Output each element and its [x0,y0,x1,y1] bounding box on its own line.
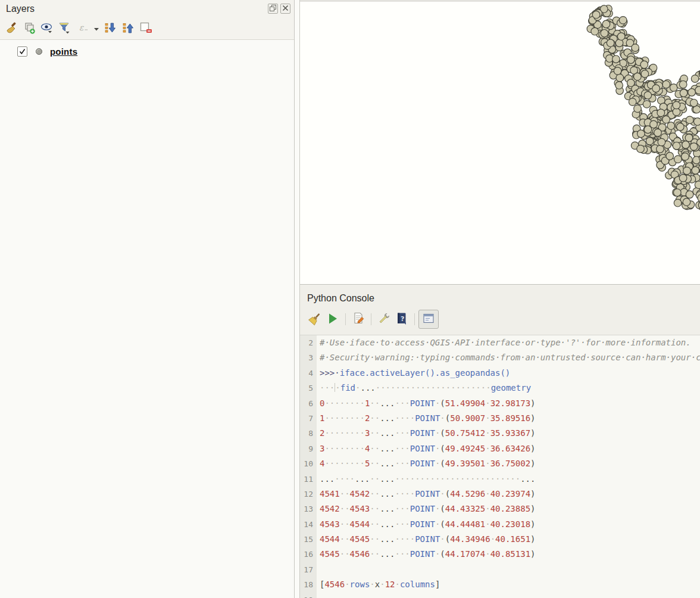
console-line: 144543··4544··...···POINT·(44.44481·40.2… [300,517,700,532]
console-line: 5····fid·...·······················geome… [300,381,700,395]
check-icon [19,48,26,55]
close-panel-button[interactable] [280,4,290,14]
console-line: 93········4··...···POINT·(49.49245·36.63… [300,441,700,456]
map-points-layer [300,2,700,284]
layer-tree: points [0,39,294,598]
python-console-panel: Python Console [300,285,700,598]
right-area: Python Console [300,0,700,598]
chevron-down-icon [93,24,99,33]
python-console-toolbar: ? [306,310,439,329]
panel-window-buttons [268,4,290,14]
show-editor-button[interactable] [349,310,367,328]
map-canvas[interactable] [300,0,700,285]
panel-splitter[interactable] [294,0,300,598]
console-window-icon [422,312,435,327]
wrench-icon [377,312,391,328]
console-line: 164545··4546··...···POINT·(44.17074·40.8… [300,547,700,562]
float-icon [270,4,276,13]
layer-visibility-checkbox[interactable] [17,46,27,57]
float-panel-button[interactable] [268,4,278,14]
help-book-icon: ? [395,312,409,328]
add-group-button[interactable] [20,20,38,37]
console-line: 2#·Use·iface·to·access·QGIS·API·interfac… [300,335,700,350]
run-command-button[interactable] [324,310,342,328]
collapse-all-button[interactable] [119,20,137,37]
play-icon [326,312,339,327]
filter-legend-expression-button[interactable]: ε [74,20,92,37]
console-line: 17 [300,562,700,577]
console-line: 3#·Security·warning:·typing·commands·fro… [300,350,700,365]
python-console-title: Python Console [307,293,374,304]
manage-map-themes-button[interactable] [38,20,56,37]
layers-toolbar: ε [2,19,155,38]
console-output[interactable]: 2#·Use·iface·to·access·QGIS·API·interfac… [300,335,700,598]
filter-expression-dropdown-button[interactable] [92,20,101,37]
epsilon-icon: ε [77,21,88,36]
console-line: 19 [300,593,700,598]
close-icon [282,4,289,13]
console-line: 11...····...··...·······················… [300,472,700,487]
console-line: 104········5··...···POINT·(49.39501·36.7… [300,456,700,471]
eye-icon [40,21,54,36]
console-line: 60········1··...···POINT·(51.49904·32.98… [300,396,700,411]
collapse-all-icon [121,21,135,36]
script-editor-icon [351,312,365,328]
console-line: 71········2··...····POINT·(50.9007·35.89… [300,411,700,426]
help-button[interactable]: ? [393,310,411,328]
layer-label[interactable]: points [50,46,77,57]
filter-legend-button[interactable] [56,20,74,37]
expand-all-button[interactable] [101,20,119,37]
console-toggle-button[interactable] [418,310,439,329]
layer-row-points[interactable]: points [0,43,294,59]
clear-console-button[interactable] [306,310,324,328]
svg-text:ε: ε [79,23,85,32]
console-line: 134542··4543··...···POINT·(44.43325·40.2… [300,502,700,516]
toolbar-separator [371,313,371,325]
add-group-icon [23,21,36,36]
expand-all-icon [104,21,117,36]
open-layer-styling-button[interactable] [2,20,20,37]
console-line: 154544··4545··...····POINT·(44.34946·40.… [300,532,700,547]
broom-icon [308,312,322,328]
console-line: 4>>>·iface.activeLayer().as_geopandas() [300,366,700,381]
console-line: 18[4546·rows·x·12·columns] [300,577,700,592]
paintbrush-icon [5,21,18,36]
layers-panel-title: Layers [6,4,35,14]
toolbar-separator [345,313,346,325]
remove-layer-button[interactable] [137,20,155,37]
filter-icon [58,21,72,36]
options-button[interactable] [375,310,393,328]
console-line: 124541··4542··...····POINT·(44.5296·40.2… [300,487,700,502]
toolbar-separator [414,313,415,325]
svg-text:?: ? [401,314,404,322]
layers-panel: Layers [0,0,294,598]
console-line: 82········3··...···POINT·(50.75412·35.93… [300,426,700,441]
remove-layer-icon [139,21,153,36]
layers-panel-titlebar: Layers [0,0,294,19]
point-symbol-icon [36,48,42,55]
